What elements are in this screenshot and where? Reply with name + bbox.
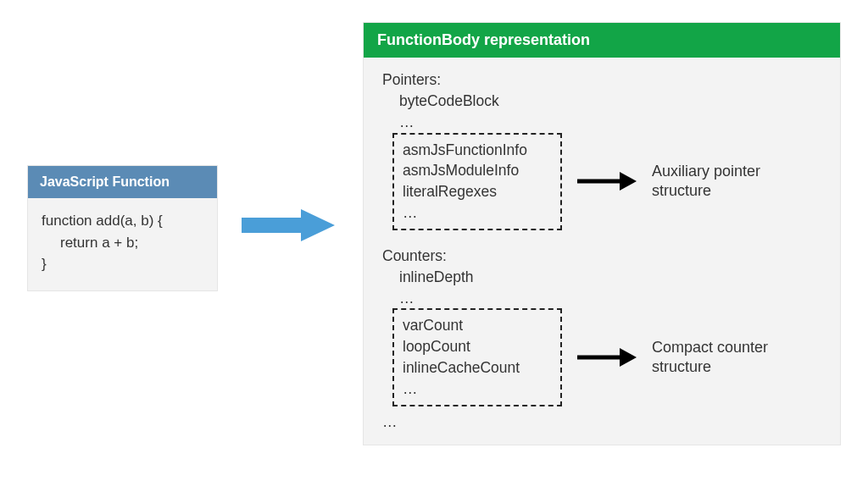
code-line-3: } <box>42 253 203 275</box>
code-line-2: return a + b; <box>42 232 203 254</box>
pointers-ellipsis: … <box>382 112 825 133</box>
pointers-dashed-box: asmJsFunctionInfo asmJsModuleInfo litera… <box>392 133 562 230</box>
counters-arrow-label: Compact counter structure <box>652 338 768 378</box>
arrow-right-icon <box>242 209 335 241</box>
counters-row: varCount loopCount inlineCacheCount … Co… <box>382 308 825 406</box>
functionbody-panel: FunctionBody representation Pointers: by… <box>363 22 841 445</box>
counters-box-item-1: varCount <box>403 315 530 336</box>
js-function-body: function add(a, b) { return a + b; } <box>28 198 217 290</box>
pointers-item-1: byteCodeBlock <box>382 91 825 112</box>
pointers-arrow-label-1: Auxiliary pointer <box>652 162 760 181</box>
functionbody-header: FunctionBody representation <box>364 23 840 58</box>
pointers-arrow-label: Auxiliary pointer structure <box>652 162 760 202</box>
arrow-small-icon <box>577 169 637 193</box>
counters-arrow-label-1: Compact counter <box>652 338 768 357</box>
js-function-panel: JavaScript Function function add(a, b) {… <box>27 165 218 291</box>
pointers-box-item-3: literalRegexes <box>403 181 530 202</box>
functionbody-body: Pointers: byteCodeBlock … asmJsFunctionI… <box>364 58 840 445</box>
counters-box-item-3: inlineCacheCount <box>403 357 530 379</box>
js-function-title: JavaScript Function <box>40 174 170 189</box>
counters-dashed-box: varCount loopCount inlineCacheCount … <box>392 308 562 406</box>
svg-marker-0 <box>242 209 335 241</box>
pointers-row: asmJsFunctionInfo asmJsModuleInfo litera… <box>382 133 825 230</box>
svg-marker-4 <box>620 348 637 367</box>
pointers-arrow-label-2: structure <box>652 181 760 201</box>
counters-item-1: inlineDepth <box>382 267 825 288</box>
arrow-small-icon <box>577 346 637 369</box>
counters-label: Counters: <box>382 246 825 267</box>
counters-box-item-2: loopCount <box>403 336 530 357</box>
counters-box-ellipsis: … <box>403 379 530 400</box>
pointers-box-ellipsis: … <box>403 202 530 224</box>
pointers-label: Pointers: <box>382 69 825 91</box>
code-line-1: function add(a, b) { <box>42 210 203 232</box>
counters-ellipsis: … <box>382 288 825 309</box>
pointers-box-item-2: asmJsModuleInfo <box>403 160 530 181</box>
functionbody-title: FunctionBody representation <box>377 31 590 48</box>
js-function-header: JavaScript Function <box>28 166 217 198</box>
svg-marker-2 <box>620 172 637 191</box>
pointers-box-item-1: asmJsFunctionInfo <box>403 140 530 161</box>
counters-arrow-label-2: structure <box>652 357 768 377</box>
body-ellipsis: … <box>382 406 825 433</box>
